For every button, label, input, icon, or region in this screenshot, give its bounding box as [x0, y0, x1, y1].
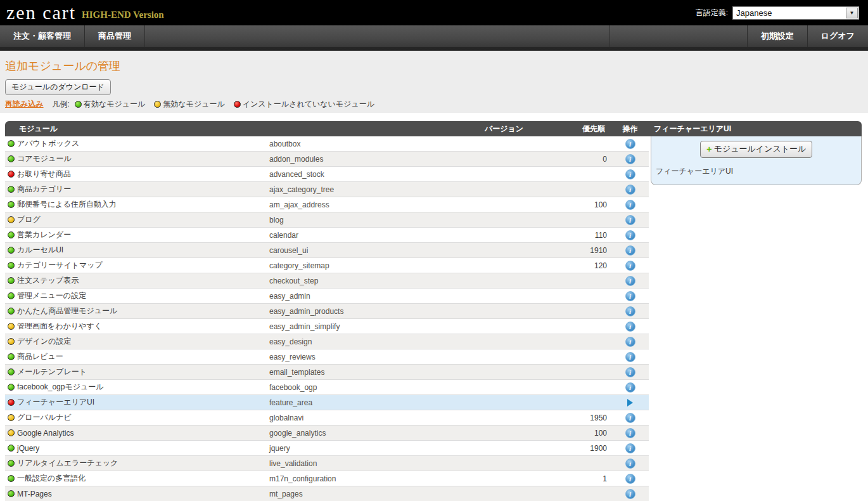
module-actions-cell: i — [611, 428, 649, 438]
info-icon[interactable]: i — [625, 382, 635, 393]
module-actions-cell: i — [611, 382, 649, 393]
nav-item[interactable]: 注文・顧客管理 — [0, 25, 85, 47]
info-icon[interactable]: i — [625, 474, 635, 484]
module-name-cell: お取り寄せ商品 — [5, 169, 269, 179]
module-code: easy_reviews — [269, 353, 472, 361]
module-name: 管理画面をわかりやすく — [17, 321, 102, 332]
status-dot-yellow-icon — [8, 323, 15, 330]
info-icon[interactable]: i — [625, 276, 635, 286]
feature-area-panel: ＋モジュールインストール フィーチャーエリアUI — [651, 136, 862, 185]
table-row[interactable]: デザインの設定easy_designi — [5, 334, 649, 349]
module-name: コアモジュール — [17, 153, 72, 164]
table-row[interactable]: リアルタイムエラーチェックlive_validationi — [5, 456, 649, 471]
info-icon[interactable]: i — [625, 215, 635, 225]
info-icon[interactable]: i — [625, 489, 635, 499]
reload-link[interactable]: 再読み込み — [5, 99, 44, 110]
module-name: 管理メニューの設定 — [17, 290, 86, 301]
module-name-cell: 管理画面をわかりやすく — [5, 321, 269, 332]
status-dot-yellow-icon — [154, 101, 161, 108]
info-icon[interactable]: i — [625, 139, 635, 149]
table-row[interactable]: カテゴリーサイトマップcategory_sitemap120i — [5, 258, 649, 273]
status-dot-green-icon — [8, 155, 15, 162]
status-dot-yellow-icon — [8, 338, 15, 345]
table-row[interactable]: 郵便番号による住所自動入力am_ajax_address100i — [5, 197, 649, 212]
table-row[interactable]: jQueryjquery1900i — [5, 441, 649, 456]
status-dot-red-icon — [234, 101, 241, 108]
info-icon[interactable]: i — [625, 306, 635, 316]
module-name-cell: 商品カテゴリー — [5, 184, 269, 195]
status-dot-green-icon — [8, 201, 15, 208]
module-name: カテゴリーサイトマップ — [17, 260, 103, 271]
module-code: am_ajax_address — [269, 200, 472, 209]
info-icon[interactable]: i — [625, 291, 635, 301]
module-download-button[interactable]: モジュールのダウンロード — [5, 79, 111, 95]
table-row[interactable]: アバウトボックスaboutboxi — [5, 136, 649, 152]
status-dot-green-icon — [8, 490, 15, 497]
dropdown-arrow-icon[interactable]: ▼ — [846, 8, 858, 18]
module-install-button[interactable]: ＋モジュールインストール — [700, 141, 813, 158]
info-icon[interactable]: i — [625, 230, 635, 240]
module-name-cell: Google Analytics — [5, 429, 269, 438]
info-icon[interactable]: i — [625, 367, 635, 377]
table-row[interactable]: カルーセルUIcarousel_ui1910i — [5, 243, 649, 258]
module-code: feature_area — [269, 398, 472, 407]
module-code: easy_admin_simplify — [269, 322, 472, 331]
status-dot-green-icon — [8, 475, 15, 482]
module-name: facebook_ogpモジュール — [17, 382, 104, 393]
info-icon[interactable]: i — [625, 337, 635, 347]
status-dot-green-icon — [8, 384, 15, 391]
module-code: live_validation — [269, 459, 472, 468]
module-actions-cell: i — [611, 230, 649, 240]
status-dot-yellow-icon — [8, 429, 15, 436]
table-row[interactable]: お取り寄せ商品advanced_stocki — [5, 167, 649, 182]
table-row[interactable]: メールテンプレートemail_templatesi — [5, 365, 649, 380]
status-dot-green-icon — [75, 101, 82, 108]
selected-arrow-icon[interactable] — [627, 399, 633, 407]
info-icon[interactable]: i — [625, 443, 635, 453]
table-row[interactable]: 管理画面をわかりやすくeasy_admin_simplifyi — [5, 319, 649, 334]
nav-item[interactable]: 初期設定 — [747, 25, 807, 47]
logo-subtitle: HIGH-END Version — [82, 6, 164, 20]
nav-item[interactable]: 商品管理 — [85, 25, 145, 47]
table-row[interactable]: 管理メニューの設定easy_admini — [5, 289, 649, 304]
table-row[interactable]: 注文ステップ表示checkout_stepi — [5, 273, 649, 289]
module-install-label: モジュールインストール — [714, 144, 807, 153]
table-row[interactable]: 商品レビューeasy_reviewsi — [5, 349, 649, 365]
module-actions-cell: i — [611, 443, 649, 453]
info-icon[interactable]: i — [625, 261, 635, 271]
table-row[interactable]: Google Analyticsgoogle_analytics100i — [5, 426, 649, 441]
info-icon[interactable]: i — [625, 322, 635, 332]
info-icon[interactable]: i — [625, 154, 635, 164]
info-icon[interactable]: i — [625, 245, 635, 256]
module-actions-cell: i — [611, 185, 649, 195]
table-row[interactable]: 一般設定の多言語化m17n_configuration1i — [5, 471, 649, 486]
module-priority: 120 — [545, 261, 611, 270]
table-row[interactable]: コアモジュールaddon_modules0i — [5, 152, 649, 167]
language-label: 言語定義: — [696, 8, 728, 18]
language-select[interactable]: Japanese ▼ — [732, 6, 859, 20]
nav-item[interactable]: ログオフ — [807, 25, 868, 47]
table-row[interactable]: MT-Pagesmt_pagesi — [5, 486, 649, 501]
module-code: facebook_ogp — [269, 383, 472, 392]
module-actions-cell: i — [611, 322, 649, 332]
table-row[interactable]: facebook_ogpモジュールfacebook_ogpi — [5, 380, 649, 395]
table-row[interactable]: 営業カレンダーcalendar110i — [5, 228, 649, 243]
info-icon[interactable]: i — [625, 169, 635, 179]
table-row[interactable]: フィーチャーエリアUIfeature_area — [5, 395, 649, 410]
table-row[interactable]: ブログblogi — [5, 212, 649, 228]
table-row[interactable]: グローバルナビglobalnavi1950i — [5, 410, 649, 426]
module-actions-cell: i — [611, 337, 649, 347]
module-name-cell: 商品レビュー — [5, 351, 269, 362]
page-header-section: 追加モジュールの管理 モジュールのダウンロード 再読み込み 凡例: 有効なモジュ… — [0, 51, 868, 113]
info-icon[interactable]: i — [625, 413, 635, 423]
info-icon[interactable]: i — [625, 428, 635, 438]
table-row[interactable]: 商品カテゴリーajax_category_treei — [5, 182, 649, 197]
info-icon[interactable]: i — [625, 200, 635, 210]
table-row[interactable]: かんたん商品管理モジュールeasy_admin_productsi — [5, 304, 649, 319]
module-priority: 1 — [545, 474, 611, 483]
legend-item-label: 有効なモジュール — [84, 99, 145, 110]
module-name-cell: 一般設定の多言語化 — [5, 473, 269, 484]
info-icon[interactable]: i — [625, 352, 635, 362]
info-icon[interactable]: i — [625, 459, 635, 469]
info-icon[interactable]: i — [625, 185, 635, 195]
